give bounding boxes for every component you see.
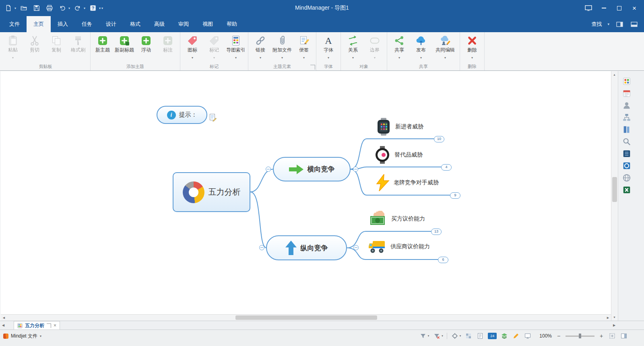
web-browser-icon[interactable] [621,173,633,183]
tab-format[interactable]: 格式 [123,16,147,32]
zoom-slider[interactable] [566,333,594,339]
vertical-scrollbar[interactable]: ▲ ▼ [611,71,618,321]
tab-view[interactable]: 视图 [196,16,220,32]
minimize-button[interactable] [597,2,610,14]
subtopic-substitutes[interactable]: 替代品威胁 [374,146,423,164]
paste-button[interactable]: 粘贴 [2,33,24,62]
notes-button[interactable]: 便签 [293,33,315,62]
select-zoom-caret-icon[interactable]: ▾ [460,334,461,338]
save-button[interactable] [31,3,42,13]
new-document-caret-icon[interactable]: ▾ [14,6,16,10]
scroll-down-icon[interactable]: ▼ [611,314,617,320]
new-document-button[interactable] [3,3,14,13]
floating-topic-button[interactable]: 浮动 [135,33,157,62]
tab-insert[interactable]: 插入 [51,16,75,32]
remove-filter-caret-icon[interactable]: ▾ [442,334,443,338]
scroll-up-icon[interactable]: ▲ [611,72,617,78]
subtopic-buyer-power[interactable]: 买方议价能力 [368,211,425,227]
sheet-tab-active[interactable]: 五力分析 × [14,321,60,330]
database-icon[interactable] [621,148,633,159]
collapse-toggle-icon[interactable] [259,245,264,250]
outlook-icon[interactable] [621,161,633,171]
copy-button[interactable]: 复制 [45,33,67,62]
fit-map-icon[interactable] [608,332,616,340]
zoom-in-button[interactable]: + [598,333,605,339]
help-caret-icon[interactable]: ▾ [99,6,101,10]
link-button[interactable]: 链接 [250,33,271,62]
print-button[interactable] [44,3,55,13]
tab-help[interactable]: 帮助 [220,16,244,32]
redo-button[interactable] [72,3,83,13]
horizontal-scroll-thumb[interactable] [235,315,377,320]
open-button[interactable] [19,3,29,13]
layers-view-icon[interactable] [500,332,508,340]
attach-file-button[interactable]: 附加文件 [271,33,293,62]
topic-count-badge[interactable]: 13 [431,229,442,235]
ribbon-layout-icon[interactable] [630,20,638,29]
sheet-scroll-right-icon[interactable]: ▶ [611,321,617,330]
map-parts-icon[interactable] [621,112,633,123]
search-icon[interactable] [621,136,633,147]
sheet-close-icon[interactable]: × [54,323,56,328]
zoom-out-button[interactable]: − [555,333,562,339]
maximize-button[interactable] [613,2,625,14]
collapse-toggle-icon[interactable] [353,167,358,172]
sheet-scroll-left-icon[interactable]: ◀ [0,321,6,330]
central-topic[interactable]: 五力分析 [173,172,250,212]
map-index-button[interactable]: 导图索引 [225,33,247,62]
subtopic-new-entrants[interactable]: 新进者威胁 [376,118,423,136]
presentation-mode-icon[interactable] [582,2,595,14]
format-painter-button[interactable]: 格式刷 [67,33,89,62]
close-button[interactable]: × [628,2,641,14]
schedule-view-icon[interactable]: 24 [488,333,497,339]
file-type-menu[interactable]: Mindjet 文件 ▾ [0,331,41,341]
topic-horizontal-competition[interactable]: 横向竞争 [273,157,351,181]
calendar-icon[interactable] [621,88,633,99]
tab-review[interactable]: 审阅 [171,16,196,32]
scroll-right-icon[interactable]: ▶ [605,315,611,321]
topic-count-badge[interactable]: 6 [438,257,448,263]
delete-button[interactable]: 删除 [461,33,483,62]
publish-button[interactable]: 发布 [410,33,432,62]
whiteboard-icon[interactable] [524,332,532,340]
tab-home[interactable]: 主页 [27,16,51,32]
boundary-button[interactable]: 边界 [364,33,386,62]
topic-vertical-competition[interactable]: 纵向竞争 [266,235,347,260]
icons-button[interactable]: 图标 [182,33,203,62]
vertical-scroll-thumb[interactable] [612,177,617,202]
scroll-left-icon[interactable]: ◀ [1,315,7,321]
tab-design[interactable]: 设计 [99,16,123,32]
split-view-icon[interactable] [620,332,628,340]
topic-count-badge[interactable]: 9 [450,192,460,199]
new-topic-button[interactable]: 新主题 [92,33,114,62]
help-button[interactable]: ? [88,3,98,13]
horizontal-scrollbar[interactable]: ◀ ▶ [1,314,611,321]
outline-view-icon[interactable] [476,332,484,340]
sheet-options-icon[interactable] [47,323,51,328]
undo-button[interactable] [57,3,68,13]
topic-notes-icon[interactable] [209,113,217,123]
topic-count-badge[interactable]: 4 [441,164,452,171]
qat-customize-caret-icon[interactable]: ▾ [101,6,103,10]
map-canvas[interactable]: 提示： 五力分析 横向竞争 纵向竞争 新进者威胁 替代品威胁 [1,71,611,314]
task-panes-icon[interactable] [615,20,624,29]
new-subtopic-button[interactable]: 新副标题 [114,33,135,62]
dialog-launcher-icon[interactable] [310,65,315,70]
zoom-level[interactable]: 100% [539,333,552,339]
show-tags-icon[interactable] [464,332,473,340]
callout-button[interactable]: 标注 [157,33,179,62]
tags-button[interactable]: 标记 [203,33,225,62]
library-icon[interactable] [621,124,633,135]
find-caret-icon[interactable]: ▾ [607,22,609,26]
select-zoom-icon[interactable] [451,332,459,340]
contacts-icon[interactable] [621,100,633,111]
remove-filter-icon[interactable] [433,332,441,340]
relationship-button[interactable]: 关系 [342,33,364,62]
filter-icon[interactable] [419,332,427,340]
tab-advanced[interactable]: 高级 [147,16,171,32]
zoom-slider-thumb[interactable] [579,334,581,338]
excel-icon[interactable] [621,185,633,195]
redo-caret-icon[interactable]: ▾ [84,6,85,10]
subtopic-incumbents[interactable]: 老牌竞争对手威胁 [376,174,439,191]
tab-task[interactable]: 任务 [75,16,99,32]
